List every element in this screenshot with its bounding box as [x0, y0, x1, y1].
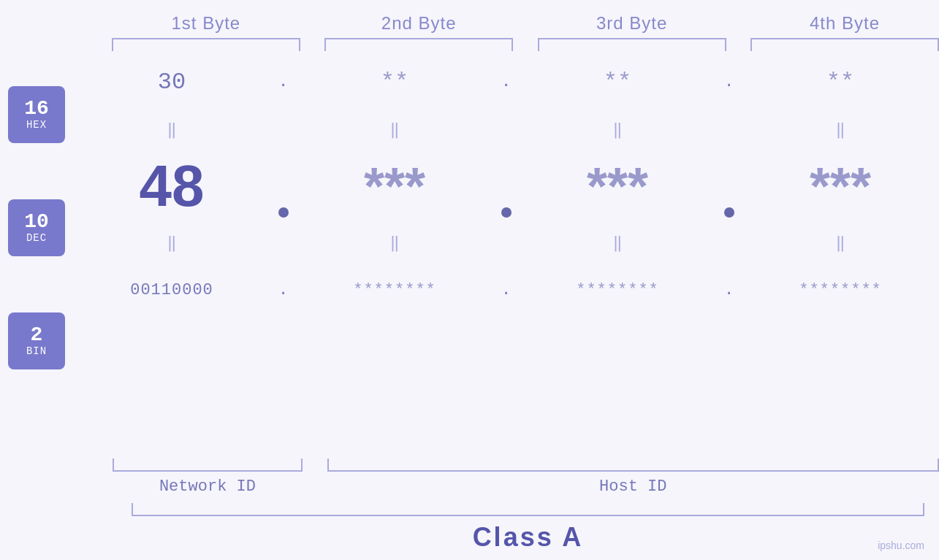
eq-3b: ‖: [519, 226, 716, 259]
dot-3: [724, 207, 734, 218]
dec-val-1: 48: [140, 153, 205, 220]
eq-4b: ‖: [742, 226, 939, 259]
id-labels-row: Network ID Host ID: [0, 477, 939, 496]
class-bracket: [132, 503, 924, 516]
data-columns: 30 ‖ 48 ‖ 00110000 . .: [73, 51, 939, 456]
dot-2: [501, 207, 512, 218]
bin-val-3: ********: [576, 281, 659, 299]
byte-col-3: ** ‖ *** ‖ ********: [519, 51, 716, 321]
dec-val-4: ***: [810, 156, 871, 216]
byte-header-2: 2nd Byte: [324, 13, 513, 34]
class-bracket-row: [0, 503, 939, 516]
byte-header-3: 3rd Byte: [538, 13, 726, 34]
eq-1b: ‖: [73, 226, 270, 259]
bin-val-1: 00110000: [130, 281, 213, 299]
dec-val-2: ***: [364, 156, 425, 216]
eq-2b: ‖: [296, 226, 493, 259]
dot-1: [278, 207, 289, 218]
eq-2: ‖: [296, 113, 493, 146]
bottom-bracket-network: [113, 459, 303, 472]
top-brackets-row: [0, 38, 939, 51]
badge-dec: 10 DEC: [8, 199, 65, 256]
bottom-bracket-host: [327, 459, 939, 472]
bin-val-2: ********: [353, 281, 436, 299]
hex-val-1: 30: [158, 69, 186, 96]
byte-header-4: 4th Byte: [750, 13, 939, 34]
badge-hex: 16 HEX: [8, 86, 65, 143]
class-label-row: Class A: [0, 522, 939, 553]
main-container: 1st Byte 2nd Byte 3rd Byte 4th Byte 16 H…: [0, 0, 939, 560]
network-id-label: Network ID: [113, 477, 303, 496]
eq-1: ‖: [73, 113, 270, 146]
dec-val-3: ***: [587, 156, 648, 216]
hex-val-3: **: [604, 69, 631, 96]
host-id-label: Host ID: [327, 477, 939, 496]
dot-sep-2: . .: [493, 51, 519, 321]
top-bracket-1: [112, 38, 300, 51]
hex-val-4: **: [826, 69, 854, 96]
byte-header-1: 1st Byte: [112, 13, 300, 34]
byte-col-1: 30 ‖ 48 ‖ 00110000: [73, 51, 270, 321]
top-bracket-3: [538, 38, 726, 51]
watermark: ipshu.com: [878, 540, 924, 551]
byte-col-4: ** ‖ *** ‖ ********: [742, 51, 939, 321]
bottom-brackets-row: [0, 459, 939, 472]
byte-col-2: ** ‖ *** ‖ ********: [296, 51, 493, 321]
byte-headers-row: 1st Byte 2nd Byte 3rd Byte 4th Byte: [0, 0, 939, 34]
dot-sep-1: . .: [270, 51, 296, 321]
top-bracket-4: [750, 38, 939, 51]
class-label: Class A: [132, 522, 924, 553]
badge-bin: 2 BIN: [8, 312, 65, 369]
eq-3: ‖: [519, 113, 716, 146]
badges-column: 16 HEX 10 DEC 2 BIN: [0, 51, 73, 456]
bin-val-4: ********: [799, 281, 882, 299]
top-bracket-2: [324, 38, 513, 51]
eq-4: ‖: [742, 113, 939, 146]
dot-sep-3: . .: [716, 51, 742, 321]
hex-val-2: **: [381, 69, 408, 96]
